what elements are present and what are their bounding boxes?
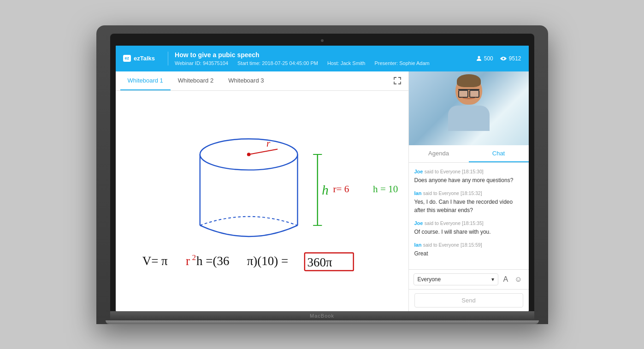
recipient-selector[interactable]: Everyone ▾: [414, 273, 499, 285]
svg-text:2: 2: [192, 253, 196, 261]
sidebar-tabs: Agenda Chat: [409, 145, 529, 163]
laptop-base: MacBook: [110, 311, 534, 320]
eye-icon: [500, 56, 507, 61]
chat-message-0: Joe said to Everyone [18:15:30] Does any…: [414, 167, 523, 184]
header-meta: Webinar ID: 943575104 Start time: 2018-0…: [175, 60, 476, 66]
svg-point-6: [247, 153, 250, 156]
whiteboard-area: Whiteboard 1 Whiteboard 2 Whiteboard 3: [116, 71, 409, 311]
chat-meta-1: said to Everyone [18:15:32]: [423, 190, 482, 196]
app-header: ez ezTalks How to give a pubic speech We…: [116, 46, 529, 71]
chat-meta-3: said to Everyone [18:15:59]: [423, 242, 482, 248]
chat-meta-0: said to Everyone [18:15:30]: [425, 169, 484, 174]
recipient-value: Everyone: [418, 276, 441, 283]
tab-chat[interactable]: Chat: [469, 145, 529, 162]
start-time: Start time: 2018-07-25 04:45:00 PM: [237, 60, 318, 66]
chat-sender-0: Joe: [414, 169, 423, 174]
svg-text:V= π: V= π: [142, 254, 167, 268]
svg-text:h = 10: h = 10: [373, 183, 398, 194]
svg-text:360π: 360π: [307, 255, 332, 269]
main-content: Whiteboard 1 Whiteboard 2 Whiteboard 3: [116, 71, 529, 311]
chat-messages: Joe said to Everyone [18:15:30] Does any…: [409, 163, 529, 269]
presenter-figure: [437, 76, 501, 145]
chat-message-2: Joe said to Everyone [18:15:35] Of cours…: [414, 219, 523, 236]
view-count: 9512: [500, 55, 521, 62]
presenter: Presenter: Sophie Adam: [374, 60, 429, 66]
laptop-brand: MacBook: [310, 313, 334, 319]
presenter-video: [409, 71, 529, 145]
svg-text:π)(10) =: π)(10) =: [247, 254, 288, 268]
chat-text-0: Does anyone have any more questions?: [414, 176, 523, 184]
whiteboard-canvas: r h r= 6 h = 10 V= π: [116, 91, 408, 311]
chat-sender-2: Joe: [414, 220, 423, 226]
chat-text-3: Great: [414, 249, 523, 258]
svg-line-5: [248, 149, 278, 154]
chat-text-2: Of course. I will share with you.: [414, 228, 523, 236]
svg-text:r: r: [186, 254, 190, 268]
expand-button[interactable]: [391, 74, 404, 87]
webinar-title: How to give a pubic speech: [175, 51, 476, 59]
logo: ez ezTalks: [123, 55, 162, 62]
chat-message-1: Ian said to Everyone [18:15:32] Yes, I d…: [414, 189, 523, 214]
screen-bezel: ez ezTalks How to give a pubic speech We…: [110, 34, 534, 311]
header-stats: 500 9512: [476, 55, 521, 62]
tab-whiteboard-1[interactable]: Whiteboard 1: [120, 71, 171, 90]
presenter-hair: [457, 74, 481, 87]
webinar-id: Webinar ID: 943575104: [175, 60, 228, 66]
presenter-body: [448, 106, 490, 131]
presenter-head: [455, 76, 482, 105]
whiteboard-drawing: r h r= 6 h = 10 V= π: [116, 91, 408, 311]
chat-text-1: Yes, I do. Can I have the recorded video…: [414, 198, 523, 214]
sidebar: Agenda Chat Joe said to Everyone [18:15:…: [409, 71, 529, 311]
laptop-outer: ez ezTalks How to give a pubic speech We…: [96, 25, 548, 324]
chevron-down-icon: ▾: [491, 276, 494, 283]
person-icon: [476, 55, 482, 62]
send-btn-area: Send: [409, 289, 529, 311]
svg-text:h =(36: h =(36: [196, 254, 229, 268]
host: Host: Jack Smith: [327, 60, 366, 66]
emoji-icon[interactable]: ☺: [513, 274, 524, 284]
laptop-bottom-base: [106, 320, 539, 324]
svg-text:r: r: [266, 137, 271, 148]
send-button[interactable]: Send: [414, 293, 523, 308]
logo-text: ezTalks: [134, 55, 155, 62]
svg-point-0: [478, 56, 480, 58]
chat-meta-2: said to Everyone [18:15:35]: [425, 220, 484, 226]
chat-sender-3: Ian: [414, 242, 422, 248]
header-title-block: How to give a pubic speech Webinar ID: 9…: [175, 51, 476, 65]
tab-whiteboard-3[interactable]: Whiteboard 3: [221, 71, 271, 90]
svg-text:h: h: [322, 182, 328, 197]
screen: ez ezTalks How to give a pubic speech We…: [116, 46, 529, 311]
tab-agenda[interactable]: Agenda: [409, 145, 469, 162]
chat-message-3: Ian said to Everyone [18:15:59] Great: [414, 241, 523, 258]
svg-text:r= 6: r= 6: [333, 183, 349, 194]
svg-point-1: [502, 58, 504, 59]
chat-sender-1: Ian: [414, 190, 422, 196]
tab-whiteboard-2[interactable]: Whiteboard 2: [171, 71, 221, 90]
tabs-bar: Whiteboard 1 Whiteboard 2 Whiteboard 3: [116, 71, 408, 91]
font-icon[interactable]: A: [501, 274, 510, 284]
attendee-count: 500: [476, 55, 493, 62]
header-divider: [168, 52, 168, 65]
presenter-smile: [461, 95, 476, 99]
camera-dot: [321, 39, 324, 42]
chat-input-area: Everyone ▾ A ☺: [409, 269, 529, 289]
logo-box: ez: [123, 55, 131, 62]
